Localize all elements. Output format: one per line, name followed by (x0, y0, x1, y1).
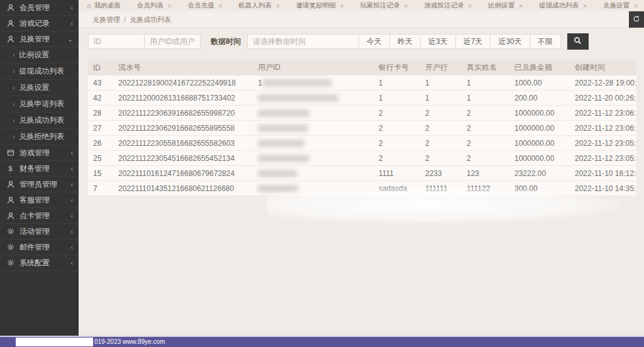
tab-兑换设置[interactable]: 兑换设置× (595, 0, 644, 11)
filter-bar: 数据时间 今天昨天近3天近7天近30天不限 (88, 33, 644, 50)
tab-游戏投注记录[interactable]: 游戏投注记录× (416, 0, 480, 11)
sidebar-subitem-兑换设置[interactable]: ›兑换设置 (0, 80, 79, 96)
close-icon[interactable]: × (634, 3, 638, 9)
cell-serial: 2022112000261316688751733402 (113, 91, 253, 106)
close-icon[interactable]: × (583, 3, 587, 9)
close-icon[interactable]: × (219, 3, 223, 9)
sidebar-item-label: 会员管理 (19, 3, 71, 13)
quick-date-button-近30天[interactable]: 近30天 (490, 34, 530, 49)
sidebar-subitem-提现成功列表[interactable]: ›提现成功列表 (0, 63, 79, 80)
cell-serial: 2022111014351216680621126680 (113, 181, 253, 196)
quick-date-button-今天[interactable]: 今天 (358, 34, 390, 49)
sidebar-subitem-label: 兑换成功列表 (19, 115, 73, 126)
sidebar-item-label: 游戏管理 (19, 148, 71, 158)
close-icon[interactable]: × (168, 3, 172, 9)
sidebar-item-财务管理[interactable]: $财务管理‹ (0, 161, 79, 177)
cell-real-name: 2 (462, 106, 509, 121)
sidebar-item-label: 点卡管理 (19, 211, 71, 221)
column-header-已兑换金额: 已兑换金额 (509, 60, 570, 75)
sidebar-item-兑换管理[interactable]: 兑换管理⌄ (0, 31, 79, 47)
chevron-down-icon: ⌄ (68, 35, 73, 43)
breadcrumb-parent: 兑换管理 (92, 15, 120, 25)
tab-label: 比例设置 (488, 1, 514, 10)
sidebar-item-游戏管理[interactable]: 游戏管理‹ (0, 145, 79, 161)
tab-玩家投注记录[interactable]: 玩家投注记录× (352, 0, 416, 11)
sidebar-item-label: 客服管理 (19, 195, 71, 206)
redacted-user-id (258, 170, 297, 177)
sidebar-item-客服管理[interactable]: 客服管理‹ (0, 192, 79, 208)
sidebar-subitem-label: 兑换申请列表 (19, 99, 73, 109)
sidebar-item-系统配置[interactable]: 系统配置‹ (0, 255, 79, 271)
sidebar-item-邮件管理[interactable]: 邮件管理‹ (0, 240, 79, 255)
cell-serial: 2022111223062916682655895558 (113, 121, 253, 136)
close-icon[interactable]: × (468, 3, 472, 9)
tab-会员充值[interactable]: 会员充值× (180, 0, 231, 11)
id-filter-input[interactable] (88, 34, 145, 49)
cell-bank-card: 2 (374, 106, 420, 121)
sidebar-subitem-兑换申请列表[interactable]: ›兑换申请列表 (0, 96, 79, 113)
date-filter-input[interactable] (247, 34, 359, 49)
chevron-right-icon: › (13, 133, 14, 140)
cell-serial: 2022111223054516682655452134 (113, 151, 253, 166)
sidebar-item-label: 游戏记录 (19, 18, 71, 29)
gear-icon (6, 243, 15, 251)
tab-提现成功列表[interactable]: 提现成功列表× (531, 0, 595, 11)
tab-label: 玩家投注记录 (360, 1, 400, 10)
close-icon[interactable]: × (404, 3, 408, 9)
sidebar-item-活动管理[interactable]: 活动管理‹ (0, 224, 79, 240)
tab-label: 兑换设置 (603, 1, 630, 10)
chevron-left-icon: ‹ (71, 4, 73, 11)
cell-user-id (253, 106, 374, 121)
sidebar-item-管理员管理[interactable]: 管理员管理‹ (0, 177, 79, 192)
chevron-left-icon: ‹ (71, 149, 73, 157)
tab-label: 我的桌面 (94, 1, 121, 10)
column-header-真实姓名: 真实姓名 (462, 60, 509, 75)
cell-user-id (253, 91, 374, 106)
sidebar-item-label: 财务管理 (19, 163, 71, 174)
chevron-left-icon: ‹ (71, 243, 73, 251)
quick-date-button-昨天[interactable]: 昨天 (389, 34, 421, 49)
footer-bar: 019-2023 www.89ye.com (0, 336, 644, 347)
admin-app-window: 会员管理‹游戏记录‹兑换管理⌄›比例设置›提现成功列表›兑换设置›兑换申请列表›… (0, 0, 644, 347)
sidebar-item-会员管理[interactable]: 会员管理‹ (0, 0, 79, 16)
quick-date-button-近3天[interactable]: 近3天 (420, 34, 456, 49)
close-icon[interactable]: × (276, 3, 280, 9)
close-icon[interactable]: × (519, 3, 523, 9)
cell-id: 28 (88, 106, 113, 121)
cell-amount: 1000.00 (509, 75, 570, 91)
tab-我的桌面[interactable]: ⌂我的桌面 (79, 0, 129, 11)
cell-bank: 2 (420, 106, 462, 121)
date-filter-label: 数据时间 (211, 36, 241, 47)
footer-copyright: 019-2023 www.89ye.com (94, 338, 165, 345)
tab-机器人列表[interactable]: 机器人列表× (230, 0, 287, 11)
cell-bank-card: 2 (374, 151, 420, 166)
sidebar-subitem-兑换拒绝列表[interactable]: ›兑换拒绝列表 (0, 129, 79, 145)
quick-date-button-近7天[interactable]: 近7天 (455, 34, 491, 49)
quick-date-button-不限[interactable]: 不限 (530, 34, 561, 49)
search-icon (574, 36, 582, 47)
tab-label: 邀请奖励明细 (296, 1, 336, 10)
user-filter-input[interactable] (144, 34, 201, 49)
cell-user-id (253, 121, 374, 136)
cell-serial: 2022122819002416722252249918 (113, 75, 253, 91)
cell-id: 43 (88, 75, 113, 91)
home-icon: ⌂ (87, 2, 91, 9)
close-icon[interactable]: × (340, 3, 344, 9)
search-button[interactable] (567, 33, 589, 50)
sidebar-item-游戏记录[interactable]: 游戏记录‹ (0, 16, 79, 31)
cell-serial: 2022111016124716680679672824 (113, 166, 253, 181)
cell-id: 27 (88, 121, 113, 136)
sidebar-subitem-比例设置[interactable]: ›比例设置 (0, 47, 79, 63)
tab-会员列表[interactable]: 会员列表× (129, 0, 180, 11)
cell-serial: 2022111223055816682655582603 (113, 136, 253, 151)
sidebar-item-label: 管理员管理 (19, 179, 71, 190)
chevron-right-icon: › (13, 84, 14, 91)
refresh-button[interactable] (629, 11, 644, 28)
cell-amount: 1000000.00 (509, 106, 570, 121)
table-row: 43202212281900241672225224991811111000.0… (88, 75, 636, 91)
tab-比例设置[interactable]: 比例设置× (480, 0, 531, 11)
sidebar-subitem-兑换成功列表[interactable]: ›兑换成功列表 (0, 113, 79, 129)
tab-邀请奖励明细[interactable]: 邀请奖励明细× (288, 0, 352, 11)
sidebar-item-点卡管理[interactable]: 点卡管理‹ (0, 208, 79, 224)
cell-bank-card: 1111 (374, 166, 420, 181)
